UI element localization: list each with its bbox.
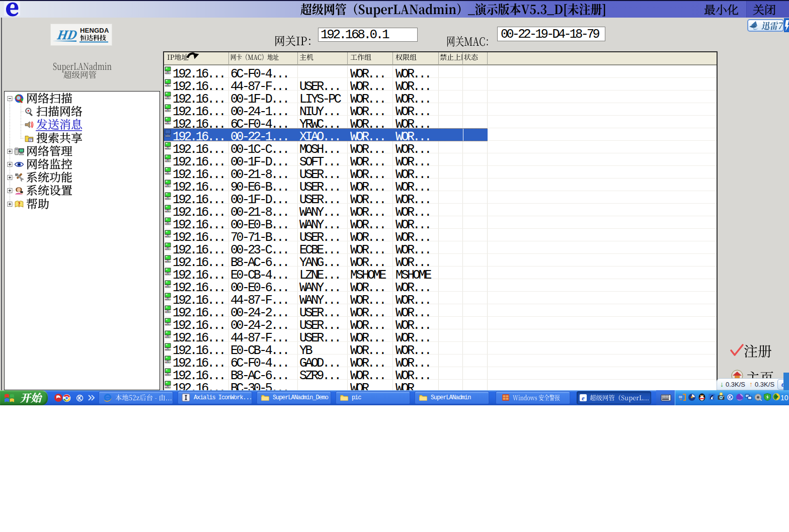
svg-text:e: e: [582, 394, 585, 402]
